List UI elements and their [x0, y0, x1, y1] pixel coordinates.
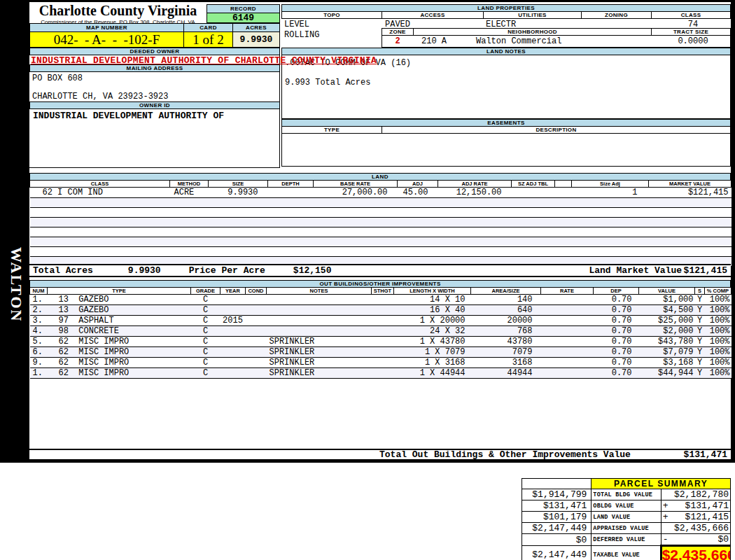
out-buildings-cell: 100% [705, 347, 732, 358]
out-buildings-cell [220, 358, 246, 368]
out-buildings-cell: 100% [705, 326, 732, 337]
property-record-card: WALTON Charlotte County Virginia Commiss… [0, 0, 735, 560]
out-buildings-row: 5.62 MISC IMPROCSPRINKLER1 X 43780437800… [30, 337, 732, 347]
out-buildings-cell: $7,079 [639, 347, 695, 358]
out-buildings-cell: 100% [705, 316, 732, 326]
summary-left-value: $0 [522, 534, 592, 546]
land-cell: 27,000.00 [314, 188, 398, 198]
land-column-header: METHOD [170, 181, 209, 188]
out-buildings-cell: 97 ASPHALT [48, 316, 191, 326]
out-buildings-column-header: S [695, 288, 705, 295]
out-buildings-cell: $44,944 [639, 368, 695, 379]
out-buildings-cell [541, 295, 594, 305]
out-buildings-cell: $1,000 [639, 295, 695, 305]
land-empty-cell [398, 247, 438, 257]
out-buildings-row: 1.62 MISC IMPROCSPRINKLER1 X 44944449440… [30, 368, 732, 379]
out-buildings-cell: 5. [30, 337, 48, 347]
out-buildings-cell: 0.70 [594, 337, 639, 347]
out-buildings-cell [541, 368, 594, 379]
land-empty-cell [268, 208, 314, 218]
land-cell [268, 188, 314, 198]
out-buildings-cell: SPRINKLER [267, 358, 372, 368]
summary-right-value: -$0 [661, 534, 730, 546]
land-empty-cell [30, 237, 170, 247]
land-cell [555, 188, 572, 198]
topo-value-1: LEVEL [284, 20, 309, 29]
land-column-header: SIZE [209, 181, 268, 188]
land-empty-row [30, 237, 732, 247]
zone-value: 2 [382, 36, 414, 46]
land-empty-cell [209, 198, 268, 208]
land-empty-cell [649, 198, 732, 208]
out-buildings-cell: 0.70 [594, 305, 639, 316]
out-buildings-cell [541, 337, 594, 347]
land-cell: 45.00 [398, 188, 438, 198]
out-buildings-row: 2.13 GAZEBOC16 X 406400.70$4,500Y100% [30, 305, 732, 316]
land-empty-cell [30, 247, 170, 257]
class-label: CLASS [651, 11, 731, 19]
out-buildings-cell: 13 GAZEBO [48, 305, 191, 316]
out-buildings-cell [267, 305, 372, 316]
land-empty-cell [649, 218, 732, 227]
parcel-summary: PARCEL SUMMARY $1,914,799TOTAL BLDG VALU… [522, 478, 731, 560]
card-value: 1 of 2 [183, 31, 233, 48]
land-column-header: CLASS [30, 181, 170, 188]
owner-id-label: OWNER ID [29, 102, 280, 109]
parcel-summary-row: $2,147,449APPRAISED VALUE$2,435,666 [522, 523, 731, 534]
out-buildings-cell: C [191, 316, 220, 326]
out-buildings-column-header: AREA/SIZE [471, 288, 541, 295]
deeded-owner-value: INDUSTRIAL DEVELOPMENT AUTHORITY OF CHAR… [31, 55, 377, 66]
summary-amount: $131,471 [685, 500, 729, 511]
out-buildings-row: 3.97 ASPHALTC20151 X 20000200000.70$25,0… [30, 316, 732, 326]
out-buildings-cell: 0.70 [594, 316, 639, 326]
land-empty-cell [314, 198, 398, 208]
summary-left-value: $2,147,449 [522, 523, 592, 534]
out-buildings-cell [372, 316, 394, 326]
out-buildings-cell: 2. [30, 305, 48, 316]
summary-label: DEFERRED VALUE [592, 534, 661, 546]
land-column-header: ADJ RATE [438, 181, 512, 188]
neighborhood-name: Walton Commercial [476, 36, 561, 46]
land-empty-cell [170, 247, 209, 257]
out-buildings-cell: C [191, 326, 220, 337]
watermark-walton: WALTON [4, 239, 25, 330]
out-buildings-cell: 0.70 [594, 326, 639, 337]
out-buildings-cell [372, 358, 394, 368]
land-empty-cell [555, 227, 572, 237]
out-buildings-cell: 1 X 7079 [394, 347, 471, 358]
out-buildings-cell [372, 347, 394, 358]
out-buildings-cell: 640 [471, 305, 541, 316]
frame-left [0, 0, 29, 463]
land-empty-cell [30, 198, 170, 208]
out-buildings-cell: C [191, 368, 220, 379]
summary-left-value: $131,471 [522, 500, 592, 512]
county-header: Charlotte County Virginia Commissioner o… [29, 3, 206, 25]
topo-value-2: ROLLING [284, 30, 319, 40]
out-buildings-cell [246, 305, 267, 316]
land-empty-cell [268, 198, 314, 208]
out-buildings-cell [246, 347, 267, 358]
out-buildings-total-row: Total Out Buildings & Other Improvements… [29, 449, 731, 461]
parcel-summary-row: $1,914,799TOTAL BLDG VALUE$2,182,780 [522, 489, 731, 500]
summary-amount: $121,415 [685, 512, 729, 522]
out-buildings-cell: C [191, 347, 220, 358]
access-label: ACCESS [382, 11, 484, 19]
taxable-value: $2,435,666 [661, 546, 730, 560]
out-buildings-cell: 1 X 44944 [394, 368, 471, 379]
county-title: Charlotte County Virginia [29, 3, 206, 19]
out-buildings-cell: Y [695, 337, 705, 347]
out-buildings-cell [541, 347, 594, 358]
land-cell: 9.9930 [209, 188, 268, 198]
land-market-value-label: Land Market Value [589, 265, 682, 276]
out-buildings-cell [267, 295, 372, 305]
land-column-header: DEPTH [268, 181, 314, 188]
out-buildings-cell: 13 GAZEBO [48, 295, 191, 305]
out-buildings-cell [267, 316, 372, 326]
out-buildings-cell: 1. [30, 295, 48, 305]
land-empty-cell [398, 198, 438, 208]
record-value: 6149 [206, 13, 280, 23]
land-empty-cell [314, 208, 398, 218]
out-buildings-cell [267, 326, 372, 337]
out-buildings-table-wrap: NUMTYPEGRADEYEARCONDNOTESSTHGTLENGTH X W… [29, 287, 731, 379]
owner-id-value: INDUSTRIAL DEVELOPMENT AUTHORITY OF [33, 111, 224, 121]
